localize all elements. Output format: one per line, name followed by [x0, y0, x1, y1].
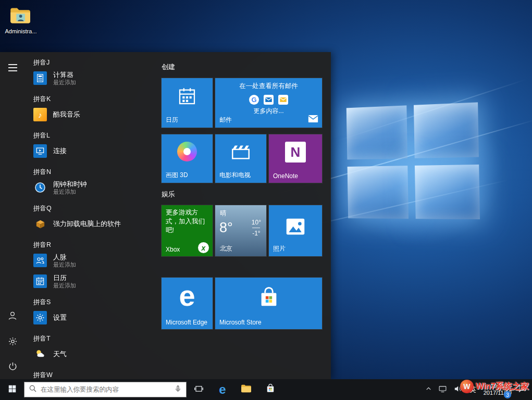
settings-button[interactable]: [6, 336, 19, 348]
weather-divider: [252, 228, 260, 228]
windows-logo-pane: [414, 102, 479, 158]
taskbar-store-button[interactable]: [258, 379, 282, 400]
tray-volume-button[interactable]: [450, 379, 465, 400]
tile-xbox[interactable]: 更多游戏方式，加入我们吧! Xbox x: [162, 205, 213, 256]
app-recently-added-label: 最近添加: [53, 261, 76, 268]
tray-network-button[interactable]: [435, 379, 450, 400]
tile-paint-3d[interactable]: 画图 3D: [162, 134, 213, 183]
app-recently-added-label: 最近添加: [53, 79, 76, 86]
search-icon: [29, 384, 37, 395]
mail-provider-icon: [278, 95, 288, 105]
start-menu-app-list: 拼音J 计算器最近添加 拼音K ♪ 酷我音乐 拼音L 连接 拼音N 闹钟和时钟最…: [25, 52, 156, 379]
tile-label: 邮件: [219, 116, 232, 124]
microphone-icon[interactable]: [174, 385, 182, 395]
taskbar-app-icons: e: [187, 379, 282, 400]
tile-microsoft-edge[interactable]: e Microsoft Edge: [162, 278, 213, 329]
edge-icon: e: [219, 382, 226, 397]
gear-icon: [8, 336, 18, 348]
app-name: 酷我音乐: [53, 110, 80, 119]
tile-movies-tv[interactable]: 电影和电视: [215, 134, 266, 183]
app-list-section-header[interactable]: 拼音J: [33, 57, 156, 68]
calculator-icon: [33, 71, 47, 85]
app-list-item-settings[interactable]: 设置: [33, 307, 156, 328]
weather-city: 北京: [220, 244, 232, 253]
app-list-section-header[interactable]: 拼音T: [33, 333, 156, 344]
app-list-section-header[interactable]: 拼音K: [33, 94, 156, 104]
tile-weather[interactable]: 晴 8° 10° -1° 北京: [215, 205, 266, 256]
tile-onenote[interactable]: N OneNote: [269, 134, 322, 183]
weather-high-low: 10° -1°: [252, 219, 261, 237]
settings-icon: [33, 311, 47, 324]
store-bag-icon: [265, 383, 276, 396]
desktop-icon-administrator-folder[interactable]: Administra...: [3, 6, 39, 34]
app-list-section-header[interactable]: 拼音S: [33, 297, 156, 307]
tile-calendar[interactable]: 日历: [162, 78, 213, 128]
task-view-button[interactable]: [187, 379, 211, 400]
taskbar-file-explorer-button[interactable]: [234, 379, 258, 400]
chevron-up-icon: [425, 385, 432, 394]
app-list-item-alarms-clock[interactable]: 闹钟和时钟最近添加: [33, 177, 156, 198]
app-list-item-uninstaller[interactable]: 强力卸载电脑上的软件: [33, 214, 156, 234]
app-list-item-calculator[interactable]: 计算器最近添加: [33, 68, 156, 89]
windows-logo-pane: [415, 165, 480, 219]
start-button[interactable]: [0, 379, 24, 400]
app-list-item-kuwo-music[interactable]: ♪ 酷我音乐: [33, 104, 156, 125]
action-center-button[interactable]: [515, 379, 530, 400]
app-list-item-connect[interactable]: 连接: [33, 141, 156, 161]
tile-label: Microsoft Store: [219, 319, 262, 326]
connect-icon: [33, 144, 47, 158]
taskbar: e 英: [0, 379, 532, 400]
paint-3d-icon: [162, 142, 213, 161]
alarm-clock-icon: [33, 181, 47, 194]
weather-temperature: 8°: [219, 220, 233, 236]
tray-time: 19:16: [484, 383, 512, 390]
tray-show-hidden-icons-button[interactable]: [422, 379, 435, 400]
xbox-promo-text: 更多游戏方式，加入我们吧!: [166, 208, 209, 235]
tile-photos[interactable]: 照片: [269, 205, 322, 256]
app-list-section-header[interactable]: 拼音N: [33, 167, 156, 177]
taskbar-edge-button[interactable]: e: [211, 379, 234, 400]
tile-label: Microsoft Edge: [166, 319, 207, 326]
app-list-section-header[interactable]: 拼音Q: [33, 203, 156, 214]
tile-group-header-create[interactable]: 创建: [162, 63, 175, 72]
app-list-section-header[interactable]: 拼音W: [33, 370, 156, 379]
system-tray: 英 19:16 2017/11/10 3: [422, 379, 532, 400]
tile-label: 画图 3D: [166, 171, 188, 180]
app-list-item-calendar[interactable]: 日历最近添加: [33, 271, 156, 292]
mail-envelope-icon: [308, 115, 318, 125]
user-folder-icon: [9, 18, 32, 27]
task-view-icon: [194, 384, 204, 396]
folder-icon: [241, 384, 252, 395]
speaker-icon: [453, 384, 462, 395]
windows-hero-logo: [347, 102, 480, 219]
photos-icon: [269, 217, 322, 238]
tile-mail[interactable]: 在一处查看所有邮件 G 更多内容... 邮件: [215, 78, 322, 128]
search-input[interactable]: [41, 386, 170, 393]
google-provider-icon: G: [249, 95, 259, 105]
user-account-button[interactable]: [6, 310, 19, 323]
app-name: 连接: [53, 147, 67, 155]
menu-expand-button[interactable]: [6, 61, 19, 74]
power-button[interactable]: [6, 361, 19, 373]
power-icon: [8, 361, 18, 373]
tile-microsoft-store[interactable]: Microsoft Store: [215, 278, 322, 329]
app-list-section-header[interactable]: 拼音L: [33, 130, 156, 141]
mail-provider-icon: [264, 95, 274, 105]
app-list-item-people[interactable]: 人脉最近添加: [33, 250, 156, 271]
windows-logo-pane: [348, 166, 409, 219]
action-center-icon: [518, 384, 527, 395]
start-menu-tiles: 创建 日历 在一处查看所有邮件 G 更多内容... 邮件: [156, 52, 331, 379]
weather-condition: 晴: [220, 209, 226, 218]
network-monitor-icon: [438, 384, 447, 395]
taskbar-search-box[interactable]: [24, 382, 187, 397]
app-list-item-weather[interactable]: 天气: [33, 344, 156, 365]
notification-count-badge[interactable]: 3: [504, 391, 511, 398]
windows-logo-icon: [8, 384, 17, 395]
tile-group-header-entertainment[interactable]: 娱乐: [162, 190, 175, 199]
clapperboard-icon: [215, 142, 266, 164]
app-name: 人脉: [53, 253, 76, 261]
tray-ime-indicator[interactable]: 英: [465, 379, 480, 400]
app-list-section-header[interactable]: 拼音R: [33, 240, 156, 250]
uninstaller-icon: [33, 217, 47, 231]
xbox-logo-icon: x: [198, 242, 209, 253]
